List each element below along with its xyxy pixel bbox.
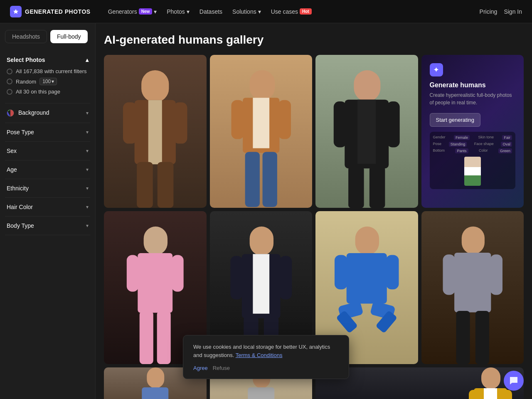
filter-body-header[interactable]: Body Type ▾ (5, 217, 90, 235)
svg-rect-49 (475, 311, 489, 364)
photo-card-1[interactable] (104, 55, 207, 208)
svg-rect-12 (231, 100, 244, 139)
cookie-actions: Agree Refuse (193, 365, 339, 371)
chevron-down-icon: ▾ (154, 8, 157, 15)
cookie-refuse-button[interactable]: Refuse (213, 365, 230, 371)
filter-body-type: Body Type ▾ (5, 217, 90, 235)
sidebar: Headshots Full-body Select Photos ▴ All … (0, 23, 96, 399)
svg-rect-7 (137, 162, 153, 208)
svg-rect-57 (481, 367, 500, 389)
filter-hair-color: Hair Color ▾ (5, 198, 90, 217)
filter-ethnicity-header[interactable]: Ethnicity ▾ (5, 179, 90, 197)
svg-rect-18 (357, 99, 376, 164)
svg-rect-31 (253, 254, 269, 313)
svg-rect-11 (253, 98, 269, 148)
generate-card[interactable]: ✦ Generate humans Create hyperrealistic … (421, 55, 524, 208)
svg-rect-36 (355, 227, 379, 255)
nav-photos[interactable]: Photos ▾ (163, 6, 194, 17)
filter-sex-header[interactable]: Sex ▾ (5, 142, 90, 160)
select-photos-header[interactable]: Select Photos ▴ (7, 57, 89, 63)
svg-rect-8 (158, 162, 174, 208)
nav-datasets[interactable]: Datasets (195, 6, 227, 17)
cookie-agree-button[interactable]: Agree (193, 365, 208, 371)
filter-sex: Sex ▾ (5, 142, 90, 160)
svg-rect-44 (461, 227, 484, 254)
filter-hair-header[interactable]: Hair Color ▾ (5, 198, 90, 216)
chevron-down-icon: ▾ (258, 8, 261, 15)
generate-card-desc: Create hyperrealistic full-body photos o… (430, 91, 516, 106)
svg-rect-38 (335, 255, 347, 289)
photo-card-8[interactable] (421, 211, 524, 364)
svg-rect-47 (490, 254, 502, 295)
nav-generators[interactable]: Generators New ▾ (104, 6, 161, 17)
select-page-option[interactable]: All 30 on this page (7, 89, 89, 95)
palette-icon (7, 109, 14, 117)
filter-background-header[interactable]: Background ▾ (5, 103, 90, 123)
chat-button[interactable] (504, 371, 524, 391)
radio-random[interactable] (7, 79, 12, 84)
svg-rect-60 (469, 390, 478, 399)
svg-rect-23 (144, 227, 167, 255)
tab-fullbody[interactable]: Full-body (50, 30, 88, 43)
logo-text: GENERATED PHOTOS (25, 8, 91, 15)
terms-conditions-link[interactable]: Terms & Conditions (236, 352, 283, 358)
nav-solutions[interactable]: Solutions ▾ (228, 6, 265, 17)
nav-sign-in[interactable]: Sign In (504, 8, 522, 15)
svg-rect-27 (140, 311, 153, 364)
chevron-icon: ▾ (86, 185, 89, 191)
svg-rect-15 (262, 152, 277, 207)
filter-pose-header[interactable]: Pose Type ▾ (5, 123, 90, 141)
photo-card-2[interactable] (210, 55, 313, 208)
svg-rect-4 (148, 100, 162, 165)
svg-rect-16 (354, 70, 380, 101)
svg-rect-46 (443, 254, 455, 295)
cookie-banner: We use cookies and local storage for bet… (183, 335, 349, 379)
navbar: GENERATED PHOTOS Generators New ▾ Photos… (0, 0, 532, 23)
logo[interactable]: GENERATED PHOTOS (10, 6, 91, 17)
chevron-icon: ▾ (86, 110, 89, 116)
svg-rect-14 (245, 152, 259, 207)
start-generating-button[interactable]: Start generating (430, 113, 481, 127)
radio-page[interactable] (7, 89, 12, 95)
page-title: AI-generated humans gallery (104, 33, 524, 47)
svg-rect-19 (334, 101, 347, 147)
svg-rect-45 (454, 253, 491, 312)
nav-right: Pricing Sign In (480, 8, 522, 15)
nav-links: Generators New ▾ Photos ▾ Datasets Solut… (104, 6, 480, 17)
radio-all[interactable] (7, 69, 12, 74)
svg-rect-6 (173, 102, 187, 143)
svg-rect-26 (172, 255, 184, 291)
filter-background: Background ▾ (5, 103, 90, 123)
new-badge: New (139, 8, 153, 15)
svg-rect-33 (279, 256, 292, 299)
generate-preview: Gender Female Skin tone Fair Pose Standi… (430, 132, 516, 189)
chevron-icon: ▾ (86, 204, 89, 210)
filter-age-header[interactable]: Age ▾ (5, 160, 90, 179)
svg-rect-32 (230, 256, 243, 299)
select-all-option[interactable]: All 167,838 with current filters (7, 68, 89, 74)
chevron-up-icon: ▴ (86, 57, 89, 63)
svg-rect-28 (157, 311, 171, 364)
photo-card-3[interactable] (315, 55, 418, 208)
filter-pose-type: Pose Type ▾ (5, 123, 90, 142)
chevron-icon: ▾ (86, 167, 89, 172)
nav-pricing[interactable]: Pricing (480, 8, 498, 15)
svg-rect-48 (456, 311, 470, 364)
svg-rect-56 (248, 387, 274, 399)
cookie-text: We use cookies and local storage for bet… (193, 343, 339, 359)
svg-rect-20 (387, 101, 400, 147)
generate-icon: ✦ (430, 63, 443, 76)
generate-card-title: Generate humans (430, 81, 516, 89)
nav-use-cases[interactable]: Use cases Hot (267, 6, 316, 17)
tab-headshots[interactable]: Headshots (5, 30, 47, 43)
svg-rect-22 (369, 167, 385, 208)
random-count-badge[interactable]: 100 ▾ (39, 78, 57, 85)
svg-rect-51 (142, 387, 168, 399)
view-toggle: Headshots Full-body (5, 30, 90, 43)
svg-rect-24 (138, 253, 172, 313)
svg-rect-39 (386, 255, 399, 289)
chat-icon (509, 376, 518, 385)
chevron-icon: ▾ (86, 223, 89, 229)
select-random-option[interactable]: Random 100 ▾ (7, 78, 89, 85)
filter-ethnicity: Ethnicity ▾ (5, 179, 90, 198)
